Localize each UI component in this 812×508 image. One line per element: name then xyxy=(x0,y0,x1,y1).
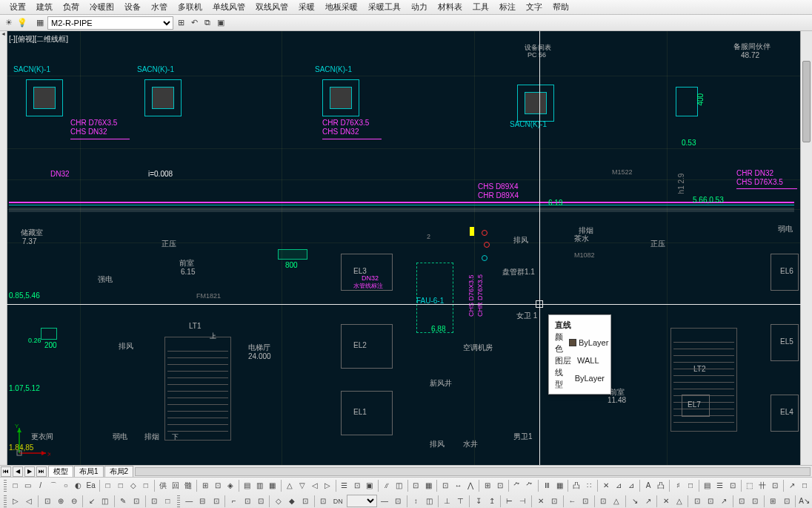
tool-button[interactable]: ↧ xyxy=(472,495,485,508)
tool-button[interactable]: ✎ xyxy=(116,495,129,508)
tool-button[interactable]: ⊡ xyxy=(736,495,748,508)
menu-floor-heat[interactable]: 地板采暖 xyxy=(320,1,363,13)
tool-button[interactable]: ☰ xyxy=(339,479,350,492)
tool-button[interactable]: ▦ xyxy=(267,479,279,492)
tool-button[interactable]: ⊡ xyxy=(392,495,405,508)
layer-prev-icon[interactable]: ↶ xyxy=(188,17,200,29)
tool-button[interactable]: △ xyxy=(610,495,623,508)
menu-heat-tools[interactable]: 采暖工具 xyxy=(363,1,406,13)
tool-button[interactable]: Ea xyxy=(85,479,97,492)
tool-button[interactable]: ⊡ xyxy=(210,495,222,508)
tool-button[interactable]: □ xyxy=(10,479,21,492)
tab-layout2[interactable]: 布局2 xyxy=(104,466,134,477)
tool-button[interactable]: ⊡ xyxy=(317,495,330,508)
tool-button[interactable]: ♯ xyxy=(672,479,684,492)
menu-bom[interactable]: 材料表 xyxy=(433,1,467,13)
tool-button[interactable]: ☰ xyxy=(714,479,726,492)
tool-button[interactable]: ⊡ xyxy=(727,479,739,492)
tool-button[interactable]: ⊣ xyxy=(516,495,529,508)
tool-button[interactable]: ▽ xyxy=(296,479,308,492)
tool-button[interactable]: ⋀ xyxy=(465,479,476,492)
tool-button[interactable]: ↕ xyxy=(410,495,422,508)
tool-button[interactable]: ⊡ xyxy=(690,495,703,508)
menu-annot[interactable]: 标注 xyxy=(494,1,521,13)
tool-button[interactable]: ⊡ xyxy=(780,495,793,508)
tool-button[interactable]: ⊡ xyxy=(254,495,267,508)
drawing-canvas[interactable]: ◄ [-][俯视][二维线框] SACN(K)-1 SACN(K)-1 SACN… xyxy=(0,31,812,465)
tool-button[interactable]: ▥ xyxy=(254,479,266,492)
layer-iso-icon[interactable]: ⊞ xyxy=(175,17,187,29)
tool-button[interactable]: ◫ xyxy=(99,495,111,508)
tab-first-icon[interactable]: ⏮ xyxy=(1,466,11,477)
tool-button[interactable]: ↗ xyxy=(642,495,654,508)
tool-button[interactable]: □ xyxy=(162,495,174,508)
menu-single-duct[interactable]: 单线风管 xyxy=(207,1,250,13)
tool-button[interactable]: □ xyxy=(115,479,127,492)
grip-icon[interactable] xyxy=(177,495,180,507)
lightbulb-icon[interactable]: 💡 xyxy=(16,17,28,29)
tool-button[interactable]: ⊡ xyxy=(299,495,312,508)
dn-label[interactable]: DN xyxy=(330,495,346,508)
tool-button[interactable]: ⊡ xyxy=(494,479,506,492)
tool-button[interactable]: ⫽ xyxy=(380,479,392,492)
dn-select[interactable] xyxy=(347,495,378,507)
tool-button[interactable]: ⌒ xyxy=(47,479,59,492)
grip-icon[interactable] xyxy=(4,495,7,507)
tool-button[interactable]: 供 xyxy=(157,479,169,492)
tool-button[interactable]: ⬚ xyxy=(744,479,756,492)
tool-button[interactable]: ⊡ xyxy=(439,479,451,492)
tool-button[interactable]: ⊕ xyxy=(54,495,67,508)
tool-button[interactable]: — xyxy=(183,495,196,508)
tool-button[interactable]: ▭ xyxy=(22,479,34,492)
tool-button[interactable]: ◁ xyxy=(23,495,36,508)
sun-icon[interactable]: ☀ xyxy=(3,17,15,29)
tool-button[interactable]: 卄 xyxy=(756,479,768,492)
tool-button[interactable]: □ xyxy=(685,479,696,492)
menu-settings[interactable]: 设置 xyxy=(4,1,31,13)
tool-button[interactable]: ⊡ xyxy=(548,495,561,508)
menu-pipe[interactable]: 水管 xyxy=(146,1,173,13)
tool-button[interactable]: ⊞ xyxy=(199,479,211,492)
tool-button[interactable]: ⊡ xyxy=(241,495,253,508)
tool-button[interactable]: ⺈ xyxy=(511,479,523,492)
tool-button[interactable]: ▦ xyxy=(553,479,565,492)
menu-load[interactable]: 负荷 xyxy=(58,1,84,13)
tool-button[interactable]: ⊡ xyxy=(410,479,422,492)
layer-off-icon[interactable]: ▣ xyxy=(215,17,227,29)
tool-button[interactable]: Ⅲ xyxy=(541,479,553,492)
tool-button[interactable]: ⺈ xyxy=(524,479,536,492)
tool-button[interactable]: ⊢ xyxy=(503,495,516,508)
tool-button[interactable]: ⊟ xyxy=(196,495,209,508)
menu-text[interactable]: 文字 xyxy=(521,1,548,13)
grip-icon[interactable] xyxy=(4,480,7,492)
tool-button[interactable]: ▦ xyxy=(422,479,434,492)
layer-match-icon[interactable]: ⧉ xyxy=(202,17,213,29)
tool-button[interactable]: ⊡ xyxy=(769,479,781,492)
tool-button[interactable]: ▤ xyxy=(242,479,253,492)
tool-button[interactable]: ⊡ xyxy=(351,479,363,492)
tool-button[interactable]: 髓 xyxy=(182,479,194,492)
tool-button[interactable]: ▷ xyxy=(10,495,22,508)
tab-next-icon[interactable]: ▶ xyxy=(24,466,35,477)
tool-button[interactable]: ⊡ xyxy=(130,495,143,508)
tool-button[interactable]: ↔ xyxy=(452,479,464,492)
tool-button[interactable]: ↘ xyxy=(628,495,641,508)
tool-button[interactable]: ⌐ xyxy=(227,495,240,508)
tool-button[interactable]: ⊥ xyxy=(441,495,453,508)
tool-button[interactable]: ✕ xyxy=(659,495,672,508)
tool-button[interactable]: ◈ xyxy=(224,479,236,492)
tool-button[interactable]: △ xyxy=(284,479,296,492)
tool-button[interactable]: ↗ xyxy=(718,495,731,508)
tool-button[interactable]: ← xyxy=(566,495,579,508)
menu-hvac[interactable]: 冷暖图 xyxy=(84,1,119,13)
tool-button[interactable]: □ xyxy=(799,479,811,492)
tab-layout1[interactable]: 布局1 xyxy=(74,466,104,477)
tab-model[interactable]: 模型 xyxy=(48,466,73,477)
tool-button[interactable]: ✕ xyxy=(600,479,612,492)
tool-button[interactable]: 凸 xyxy=(655,479,667,492)
tool-button[interactable]: 凸 xyxy=(570,479,582,492)
tool-button[interactable]: ◫ xyxy=(393,479,405,492)
menu-building[interactable]: 建筑 xyxy=(31,1,58,13)
tool-button[interactable]: □ xyxy=(140,479,152,492)
layer-state-icon[interactable]: ▦ xyxy=(34,17,46,29)
